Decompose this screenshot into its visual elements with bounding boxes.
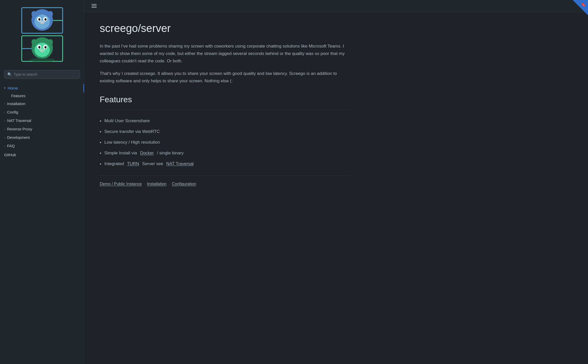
svg-point-17	[48, 11, 53, 17]
svg-point-16	[31, 11, 37, 17]
search-box[interactable]: 🔍	[4, 70, 80, 79]
sidebar-item-faq-label: FAQ	[7, 144, 15, 148]
sidebar-item-installation[interactable]: › Installation	[0, 99, 84, 108]
separator-2: ·	[168, 182, 169, 186]
main-content: 🔖 screego/server In the past I've had so…	[84, 0, 588, 364]
hamburger-line-2	[92, 6, 97, 6]
sidebar-item-home-label: Home	[8, 86, 18, 90]
list-item-3-text: Low latency / High resolution	[104, 139, 160, 146]
chevron-right-icon-3: ›	[4, 119, 5, 122]
list-item-5: Integrated TURN Server see NAT Traversal	[100, 159, 350, 169]
logo-illustration	[6, 5, 78, 64]
logo-area	[0, 0, 84, 68]
sidebar-item-development[interactable]: › Development	[0, 133, 84, 142]
chevron-right-icon: ›	[4, 102, 5, 105]
sidebar-item-nat-label: NAT Traversal	[7, 118, 31, 123]
svg-point-10	[38, 18, 40, 21]
docker-link[interactable]: Docker	[140, 150, 154, 156]
footer-links: Demo / Public Instance · Installation · …	[100, 182, 350, 186]
top-bar	[84, 0, 588, 12]
svg-point-11	[44, 18, 47, 21]
footer-link-installation[interactable]: Installation	[147, 182, 167, 186]
list-item-1: Multi User Screenshare	[100, 116, 350, 127]
separator-1: ·	[144, 182, 145, 186]
svg-point-23	[44, 46, 47, 49]
sidebar-nav: ▾ Home Features › Installation › Config …	[0, 83, 84, 364]
sidebar: 🔍 ▾ Home Features › Installation › Confi…	[0, 0, 84, 364]
chevron-right-icon-2: ›	[4, 111, 5, 114]
list-item-2-text: Secure transfer via WebRTC	[104, 128, 160, 135]
sidebar-item-installation-label: Installation	[7, 101, 26, 106]
nat-traversal-link[interactable]: NAT Traversal	[166, 160, 194, 167]
intro-paragraph-1: In the past I've had some problems shari…	[100, 43, 350, 65]
chevron-right-icon-5: ›	[4, 136, 5, 139]
features-list: Multi User Screenshare Secure transfer v…	[100, 116, 350, 169]
chevron-right-icon-6: ›	[4, 144, 5, 147]
sidebar-sub-item-features-label: Features	[11, 94, 25, 98]
page-title: screego/server	[100, 22, 350, 35]
svg-point-30	[29, 58, 55, 62]
footer-link-demo[interactable]: Demo / Public Instance	[100, 182, 142, 186]
sidebar-item-reverse-proxy-label: Reverse Proxy	[7, 127, 32, 131]
turn-link[interactable]: TURN	[127, 160, 139, 167]
list-item-3: Low latency / High resolution	[100, 137, 350, 148]
divider-top	[100, 109, 350, 110]
divider-bottom	[100, 175, 350, 176]
list-item-4: Simple Install via Docker / single binar…	[100, 148, 350, 159]
sidebar-item-config[interactable]: › Config	[0, 108, 84, 116]
sidebar-item-github[interactable]: GitHub	[0, 150, 84, 160]
corner-badge[interactable]: 🔖	[573, 0, 588, 15]
chevron-down-icon: ▾	[4, 86, 6, 90]
sidebar-item-reverse-proxy[interactable]: › Reverse Proxy	[0, 125, 84, 133]
sidebar-item-development-label: Development	[7, 135, 30, 140]
github-label: GitHub	[4, 153, 16, 157]
sidebar-sub-item-features[interactable]: Features	[0, 92, 84, 99]
intro-paragraph-2: That's why I created screego. It allows …	[100, 70, 350, 85]
hamburger-line-3	[92, 7, 97, 8]
hamburger-line-1	[92, 4, 97, 5]
chevron-right-icon-4: ›	[4, 128, 5, 131]
search-icon: 🔍	[7, 72, 12, 76]
content-body: screego/server In the past I've had some…	[84, 12, 366, 197]
sidebar-item-config-label: Config	[7, 110, 18, 114]
features-heading: Features	[100, 95, 350, 104]
sidebar-item-faq[interactable]: › FAQ	[0, 142, 84, 150]
corner-icon: 🔖	[581, 2, 586, 7]
search-input[interactable]	[14, 72, 77, 76]
svg-point-22	[38, 46, 40, 49]
list-item-1-text: Multi User Screenshare	[104, 117, 150, 124]
menu-toggle-button[interactable]	[89, 3, 99, 9]
svg-point-29	[48, 39, 53, 45]
list-item-2: Secure transfer via WebRTC	[100, 127, 350, 137]
svg-point-28	[31, 39, 37, 45]
sidebar-item-home[interactable]: ▾ Home	[0, 84, 84, 92]
sidebar-item-nat-traversal[interactable]: › NAT Traversal	[0, 116, 84, 125]
footer-link-configuration[interactable]: Configuration	[172, 182, 196, 186]
